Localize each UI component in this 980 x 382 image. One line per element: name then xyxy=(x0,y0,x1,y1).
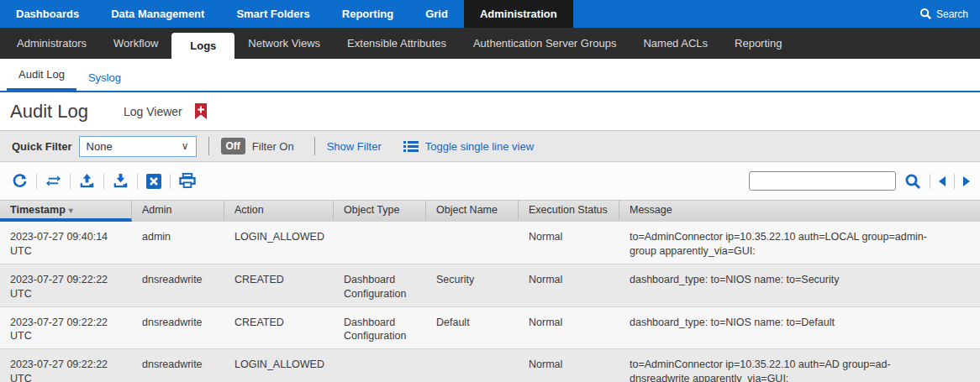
subnav-network-views[interactable]: Network Views xyxy=(234,37,334,50)
cell-action: LOGIN_ALLOWED xyxy=(224,349,334,382)
cell-admin: admin xyxy=(132,222,224,264)
topnav-smart-folders[interactable]: Smart Folders xyxy=(220,0,325,28)
subnav-workflow[interactable]: Workflow xyxy=(100,37,171,50)
sort-desc-icon: ▾ xyxy=(69,206,73,215)
table-row[interactable]: 2023-07-27 09:40:14 UTC admin LOGIN_ALLO… xyxy=(0,222,980,264)
audit-log-table: Timestamp▾ Admin Action Object Type Obje… xyxy=(0,200,980,382)
divider xyxy=(930,174,930,189)
cell-object-type xyxy=(334,222,426,264)
grid-toolbar xyxy=(0,162,980,200)
cell-execution-status: Normal xyxy=(519,349,619,382)
topnav-data-management[interactable]: Data Management xyxy=(95,0,220,28)
column-header-admin[interactable]: Admin xyxy=(132,201,224,222)
toolbar-right-group xyxy=(749,171,970,191)
bookmark-add-icon[interactable] xyxy=(195,103,207,119)
divider xyxy=(70,174,71,189)
download-icon[interactable] xyxy=(111,173,130,189)
cell-object-type xyxy=(334,349,426,382)
single-line-view-icon[interactable] xyxy=(403,140,419,153)
administration-sub-navigation: Administrators Workflow Logs Network Vie… xyxy=(0,28,980,59)
column-header-action[interactable]: Action xyxy=(224,201,334,222)
topnav-reporting[interactable]: Reporting xyxy=(326,0,409,28)
subnav-named-acls[interactable]: Named ACLs xyxy=(630,37,721,50)
table-row[interactable]: 2023-07-27 09:22:22 UTC dnsreadwrite CRE… xyxy=(0,307,980,350)
pager-previous-button[interactable] xyxy=(939,176,946,186)
topnav-grid[interactable]: Grid xyxy=(409,0,464,28)
cell-execution-status: Normal xyxy=(519,307,619,349)
cell-admin: dnsreadwrite xyxy=(132,307,224,349)
cell-message: to=AdminConnector ip=10.35.22.10 auth=LO… xyxy=(619,222,980,264)
topnav-dashboards[interactable]: Dashboards xyxy=(0,0,95,28)
chevron-down-icon: ∨ xyxy=(182,140,189,152)
pager-next-button[interactable] xyxy=(963,176,970,186)
quick-filter-value: None xyxy=(87,140,113,153)
cell-timestamp: 2023-07-27 09:22:22 UTC xyxy=(0,264,132,306)
search-icon xyxy=(919,8,932,20)
cell-timestamp: 2023-07-27 09:40:14 UTC xyxy=(0,222,132,264)
cell-object-type: Dashboard Configuration xyxy=(334,307,426,349)
column-header-message[interactable]: Message xyxy=(619,201,980,222)
table-row[interactable]: 2023-07-27 09:22:22 UTC dnsreadwrite LOG… xyxy=(0,349,980,382)
cell-message: dashboard_type: to=NIOS name: to=Default xyxy=(619,307,980,349)
loop-icon[interactable] xyxy=(44,174,63,188)
subnav-administrators[interactable]: Administrators xyxy=(3,37,100,50)
grid-search-input[interactable] xyxy=(749,171,896,191)
cell-action: CREATED xyxy=(224,307,334,349)
filter-on-label: Filter On xyxy=(252,140,294,153)
cell-execution-status: Normal xyxy=(519,264,619,306)
subnav-reporting[interactable]: Reporting xyxy=(721,37,795,50)
toggle-single-line-view-link[interactable]: Toggle single line view xyxy=(425,140,534,153)
cell-object-name xyxy=(426,222,519,264)
title-bar: Audit Log Log Viewer xyxy=(0,92,980,130)
table-row[interactable]: 2023-07-27 09:22:22 UTC dnsreadwrite CRE… xyxy=(0,264,980,307)
divider xyxy=(954,174,955,189)
refresh-icon[interactable] xyxy=(10,173,29,189)
column-header-object-type[interactable]: Object Type xyxy=(334,201,426,222)
top-navigation-bar: Dashboards Data Management Smart Folders… xyxy=(0,0,980,28)
cell-object-name: Default xyxy=(426,307,519,349)
filter-on-toggle[interactable]: Off xyxy=(221,138,245,154)
column-header-object-name[interactable]: Object Name xyxy=(426,201,519,222)
cell-admin: dnsreadwrite xyxy=(132,349,224,382)
quick-filter-select[interactable]: None ∨ xyxy=(79,136,197,157)
log-tab-strip: Audit Log Syslog xyxy=(0,59,980,92)
column-header-execution-status[interactable]: Execution Status xyxy=(519,201,619,222)
quick-filter-label: Quick Filter xyxy=(12,140,72,153)
subnav-authentication-server-groups[interactable]: Authentication Server Groups xyxy=(460,37,630,50)
search-label: Search xyxy=(936,8,968,20)
cell-object-name xyxy=(426,349,519,382)
global-search-button[interactable]: Search xyxy=(919,0,980,28)
cell-admin: dnsreadwrite xyxy=(132,264,224,306)
cell-message: dashboard_type: to=NIOS name: to=Securit… xyxy=(619,264,980,306)
tab-audit-log[interactable]: Audit Log xyxy=(7,61,76,92)
upload-icon[interactable] xyxy=(77,173,97,189)
column-header-timestamp[interactable]: Timestamp▾ xyxy=(0,201,132,222)
cell-timestamp: 2023-07-27 09:22:22 UTC xyxy=(0,349,132,382)
page-title: Audit Log xyxy=(10,101,88,123)
grid-search-icon[interactable] xyxy=(904,173,921,190)
divider xyxy=(170,174,171,189)
print-icon[interactable] xyxy=(177,173,198,189)
cell-action: CREATED xyxy=(224,264,334,306)
cell-timestamp: 2023-07-27 09:22:22 UTC xyxy=(0,307,132,349)
cell-object-type: Dashboard Configuration xyxy=(334,264,426,306)
table-header-row: Timestamp▾ Admin Action Object Type Obje… xyxy=(0,200,980,222)
cell-execution-status: Normal xyxy=(519,222,619,264)
divider xyxy=(314,137,315,155)
subnav-logs[interactable]: Logs xyxy=(171,33,234,59)
divider xyxy=(36,174,37,189)
divider xyxy=(137,174,138,189)
cell-message: to=AdminConnector ip=10.35.22.10 auth=AD… xyxy=(619,349,980,382)
topnav-administration[interactable]: Administration xyxy=(464,0,573,28)
show-filter-link[interactable]: Show Filter xyxy=(327,140,382,153)
subnav-extensible-attributes[interactable]: Extensible Attributes xyxy=(334,37,460,50)
cell-action: LOGIN_ALLOWED xyxy=(224,222,334,264)
tab-syslog[interactable]: Syslog xyxy=(76,65,133,91)
page-subtitle: Log Viewer xyxy=(124,105,182,118)
export-x-icon[interactable] xyxy=(145,174,163,189)
divider xyxy=(208,137,209,155)
filter-bar: Quick Filter None ∨ Off Filter On Show F… xyxy=(0,130,980,162)
divider xyxy=(103,174,104,189)
cell-object-name: Security xyxy=(426,264,519,306)
